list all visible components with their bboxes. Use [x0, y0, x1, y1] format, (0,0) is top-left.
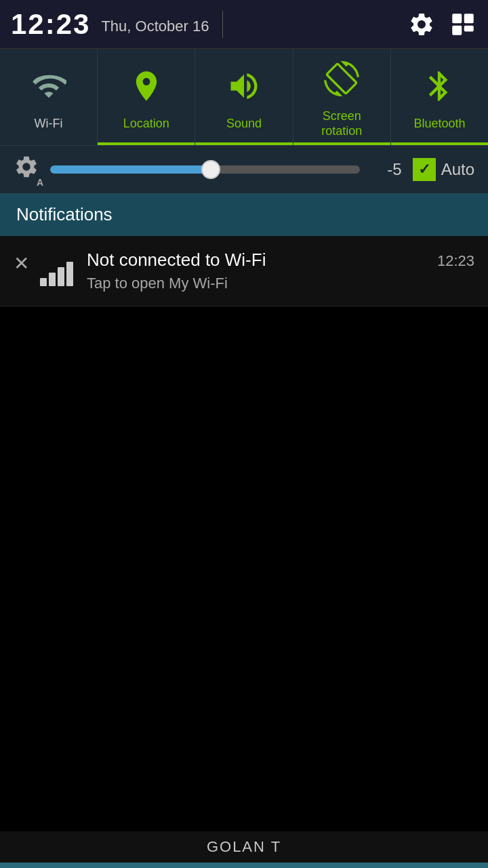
- brightness-icon: A: [14, 154, 39, 185]
- checkbox-check-icon: ✓: [418, 161, 430, 178]
- notifications-header: Notifications: [0, 193, 488, 236]
- quick-settings-panel: Wi-Fi Location Sound Screenrotation: [0, 49, 488, 145]
- brightness-thumb[interactable]: [201, 160, 220, 179]
- signal-bar-2: [49, 273, 56, 286]
- bluetooth-icon: [422, 68, 457, 111]
- signal-bars-icon: [40, 256, 73, 286]
- qs-label-sound: Sound: [226, 117, 262, 132]
- qs-indicator-screen-rotation: [293, 142, 390, 145]
- qs-label-wifi: Wi-Fi: [35, 117, 63, 132]
- date-display: Thu, October 16: [101, 18, 209, 35]
- qs-tile-location[interactable]: Location: [98, 49, 195, 145]
- brightness-row: A -5 ✓ Auto: [0, 145, 488, 193]
- svg-rect-1: [464, 14, 474, 23]
- location-icon: [129, 68, 164, 111]
- sound-icon: [226, 68, 262, 111]
- notification-item[interactable]: ✕ Not connected to Wi-Fi Tap to open My …: [0, 236, 488, 307]
- notifications-title: Notifications: [16, 204, 113, 224]
- notification-subtitle: Tap to open My Wi-Fi: [87, 275, 437, 292]
- signal-bar-4: [66, 262, 73, 286]
- signal-bar-3: [58, 267, 64, 286]
- svg-rect-3: [464, 25, 474, 31]
- time-display: 12:23: [11, 8, 90, 41]
- qs-tile-sound[interactable]: Sound: [195, 49, 293, 145]
- svg-rect-0: [452, 14, 462, 23]
- status-bar: 12:23 Thu, October 16: [0, 0, 488, 49]
- settings-button[interactable]: [408, 11, 435, 38]
- qs-label-location: Location: [123, 117, 169, 132]
- multitask-button[interactable]: [449, 10, 477, 39]
- qs-indicator-wifi: [0, 142, 97, 145]
- status-icons: [408, 10, 477, 39]
- notification-time: 12:23: [437, 252, 474, 270]
- signal-bar-1: [40, 278, 47, 286]
- qs-tile-bluetooth[interactable]: Bluetooth: [391, 49, 488, 145]
- auto-brightness-toggle[interactable]: ✓ Auto: [413, 158, 474, 181]
- notification-title: Not connected to Wi-Fi: [87, 250, 437, 271]
- auto-checkbox-box[interactable]: ✓: [413, 158, 436, 181]
- qs-label-bluetooth: Bluetooth: [413, 117, 465, 132]
- qs-indicator-sound: [195, 142, 292, 145]
- qs-label-screen-rotation: Screenrotation: [321, 109, 362, 138]
- qs-tile-wifi[interactable]: Wi-Fi: [0, 49, 98, 145]
- status-divider: [222, 11, 223, 38]
- screen-rotation-icon: [324, 61, 359, 104]
- qs-indicator-bluetooth: [391, 142, 488, 145]
- svg-rect-2: [452, 25, 462, 35]
- brightness-slider[interactable]: [50, 165, 360, 174]
- carrier-label: GOLAN T: [0, 831, 488, 863]
- auto-brightness-label: Auto: [441, 160, 474, 179]
- notification-close-button[interactable]: ✕: [14, 252, 29, 275]
- bottom-bar: [0, 863, 488, 868]
- wifi-icon: [31, 68, 66, 111]
- qs-indicator-location: [98, 142, 195, 145]
- qs-tile-screen-rotation[interactable]: Screenrotation: [293, 49, 391, 145]
- brightness-value: -5: [371, 160, 402, 179]
- brightness-fill: [50, 165, 211, 174]
- notification-content: Not connected to Wi-Fi Tap to open My Wi…: [87, 250, 437, 292]
- bottom-area: GOLAN T: [0, 831, 488, 868]
